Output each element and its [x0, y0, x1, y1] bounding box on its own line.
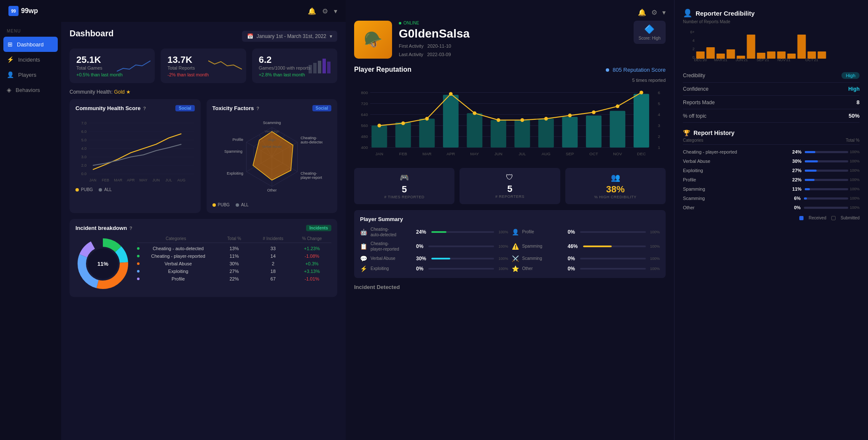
svg-text:JUL: JUL [519, 151, 526, 156]
svg-text:MAY: MAY [470, 151, 479, 156]
breakdown-layout: 11% Categories Total % # Incidents % Cha… [75, 236, 331, 291]
cred-row-credibility: Credibility High [683, 69, 860, 83]
credibility-value: 38% [570, 184, 661, 195]
cheat-auto-value: 24% [416, 229, 426, 235]
player-avatar: 🪖 [354, 21, 392, 59]
svg-text:JAN: JAN [376, 151, 383, 156]
table-header: Categories Total % # Incidents % Change [137, 236, 331, 243]
ps-item-spamming: ⚠️ Spamming 46% 100% [512, 241, 660, 252]
svg-text:JUN: JUN [153, 178, 160, 182]
app-header: 99 99wp 🔔 ⚙ ▾ [0, 0, 346, 22]
sidebar-item-behaviors[interactable]: ◈ Behaviors [0, 82, 61, 97]
settings-icon-right[interactable]: ⚙ [651, 8, 657, 16]
svg-point-94 [640, 91, 643, 94]
bell-icon[interactable]: 🔔 [308, 7, 316, 15]
svg-point-85 [425, 117, 429, 121]
player-panel: 🔔 ⚙ ▾ 🪖 ONLINE G0ldenSalsa First Activit… [346, 0, 675, 440]
profile-label: Profile [522, 229, 564, 235]
shield-icon: 🛡 [465, 173, 555, 182]
reports-row-value: 8 [857, 99, 860, 105]
player-summary-card: Player Summary 🤖 Cheating-auto-detected … [354, 210, 666, 278]
svg-text:1: 1 [658, 145, 660, 150]
table-row: Exploiting 27% 18 +3.13% [137, 267, 331, 275]
logo-text: 99wp [21, 7, 38, 15]
received-label: Received [809, 216, 826, 220]
rh-item-5: Scamming 6% 100% [683, 194, 860, 203]
times-reported-card: 🎮 5 # TIMES REPORTED [354, 168, 454, 204]
svg-rect-118 [707, 47, 715, 59]
svg-rect-2 [318, 61, 321, 73]
verbal-icon: 💬 [360, 255, 367, 262]
logo-box: 99 [8, 6, 19, 16]
cheat-player-value: 0% [416, 243, 423, 249]
sidebar-item-incidents[interactable]: ⚡ Incidents [0, 52, 61, 67]
community-health-chart: 7.0 6.0 5.0 4.0 3.0 2.0 0.0 JAN FEB MAR … [75, 115, 195, 182]
player-stats-row: 🎮 5 # TIMES REPORTED 🛡 5 # REPORTERS 👥 3… [354, 168, 666, 204]
profile-bar [580, 231, 646, 233]
behaviors-icon: ◈ [7, 86, 11, 93]
player-info: ONLINE G0ldenSalsa First Activity 2020-1… [399, 21, 627, 59]
header-icons: 🔔 ⚙ ▾ [308, 7, 337, 15]
date-filter[interactable]: 📅 January 1st - March 31st, 2022 ▾ [242, 31, 337, 42]
page-title: Dashboard [70, 29, 113, 38]
table-row: Verbal Abuse 30% 2 +0.3% [137, 260, 331, 267]
players-icon: 👤 [7, 71, 14, 78]
bell-icon-right[interactable]: 🔔 [638, 8, 646, 16]
svg-text:player-report: player-report [301, 175, 322, 180]
settings-icon[interactable]: ⚙ [322, 7, 328, 15]
app-logo: 99 99wp [8, 6, 38, 16]
svg-text:SEP'21: SEP'21 [757, 58, 769, 62]
spamming-value: 46% [568, 243, 578, 249]
svg-text:4.0: 4.0 [81, 146, 87, 151]
sidebar-item-players[interactable]: 👤 Players [0, 67, 61, 82]
player-name: G0ldenSalsa [399, 27, 627, 40]
scamming-value: 0% [568, 256, 575, 262]
community-health-badge: Social [175, 105, 194, 111]
credibility-rows: Credibility High Confidence High Reports… [683, 69, 860, 123]
community-health-title: Community Health Score ? Social [75, 105, 195, 111]
svg-point-89 [520, 118, 524, 122]
svg-rect-75 [467, 113, 482, 148]
svg-text:MAR'21: MAR'21 [714, 58, 728, 62]
online-dot [399, 22, 401, 24]
gamepad-icon: 🎮 [359, 173, 449, 182]
spamming-icon: ⚠️ [512, 243, 519, 250]
svg-text:3.0: 3.0 [81, 155, 87, 159]
dashboard-icon: ⊞ [8, 41, 13, 48]
sidebar: MENU ⊞ Dashboard ⚡ Incidents 👤 Players ◈… [0, 22, 61, 440]
table-row: Cheating - auto-detected 13% 33 +1.23% [137, 245, 331, 252]
svg-rect-79 [562, 117, 578, 148]
legend-pubg: PUBG [75, 187, 93, 192]
svg-text:6+: 6+ [690, 30, 694, 34]
svg-rect-80 [586, 115, 602, 147]
radar-container: Scamming Cheating- auto-detected Cheatin… [212, 115, 332, 199]
svg-point-86 [449, 92, 453, 96]
chevron-right[interactable]: ▾ [662, 8, 666, 16]
ps-item-scamming: ⚔️ Scamming 0% 100% [512, 255, 660, 262]
incident-breakdown-card: Incident breakdown ? Incidents [70, 219, 337, 297]
svg-text:FEB: FEB [399, 151, 407, 156]
ps-item-verbal: 💬 Verbal Abuse 30% 100% [360, 255, 508, 262]
svg-text:auto-detected: auto-detected [301, 140, 322, 144]
submitted-color [831, 216, 836, 220]
credibility-row-value: High [841, 72, 860, 79]
svg-text:Scamming: Scamming [263, 121, 281, 125]
cheat-auto-label: Cheating-auto-detected [371, 227, 413, 238]
cred-row-offtopic: % off topic 50% [683, 109, 860, 123]
submitted-label: Submitted [841, 216, 860, 220]
community-health-card: Community Health Score ? Social 7.0 6.0 [70, 99, 201, 213]
svg-text:OCT: OCT [589, 151, 598, 156]
svg-text:Spamming: Spamming [224, 149, 242, 154]
cheat-player-bar [428, 246, 494, 247]
rh-item-6: Other 0% 100% [683, 203, 860, 212]
exploiting-icon: ⚡ [360, 265, 367, 272]
sidebar-label-incidents: Incidents [18, 57, 40, 63]
breakdown-badge: Incidents [306, 225, 331, 231]
svg-text:NOV'21: NOV'21 [777, 58, 790, 62]
incident-detected-title: Incident Detected [354, 284, 666, 290]
svg-rect-71 [371, 125, 387, 147]
mini-chart-ratio [308, 57, 333, 75]
chevron-down-icon[interactable]: ▾ [334, 7, 337, 15]
sidebar-item-dashboard[interactable]: ⊞ Dashboard [3, 37, 58, 52]
report-history-header: 🏆 Report History [683, 130, 860, 136]
